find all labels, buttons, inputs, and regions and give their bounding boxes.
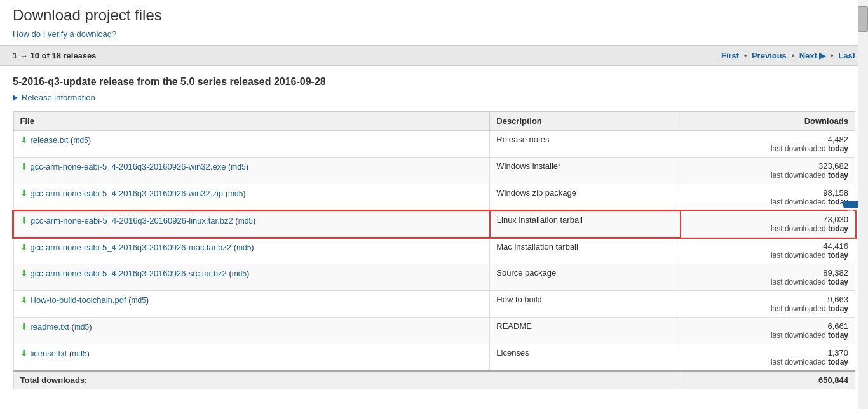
pagination-bar: 1 → 10 of 18 releases First • Previous •… — [0, 45, 868, 66]
downloads-cell: 9,663last downloaded today — [681, 291, 855, 318]
last-downloaded: last downloaded today — [688, 224, 848, 233]
file-link[interactable]: gcc-arm-none-eabi-5_4-2016q3-20160926-li… — [31, 216, 233, 225]
table-row: ⬇gcc-arm-none-eabi-5_4-2016q3-20160926-w… — [13, 158, 855, 184]
downloads-cell: 1,370last downloaded today — [681, 344, 855, 372]
downloads-cell: 323,682last downloaded today — [681, 158, 855, 184]
file-cell: ⬇gcc-arm-none-eabi-5_4-2016q3-20160926-w… — [13, 158, 490, 184]
description-cell: Mac installation tarball — [490, 238, 681, 264]
download-count: 6,661 — [688, 321, 848, 331]
md5-link[interactable]: md5 — [236, 243, 251, 252]
table-row: ⬇gcc-arm-none-eabi-5_4-2016q3-20160926-w… — [13, 184, 855, 211]
download-icon: ⬇ — [20, 215, 28, 225]
file-cell: ⬇readme.txt (md5) — [13, 318, 490, 344]
file-cell: ⬇gcc-arm-none-eabi-5_4-2016q3-20160926-m… — [13, 238, 490, 264]
table-row: ⬇gcc-arm-none-eabi-5_4-2016q3-20160926-s… — [13, 264, 855, 291]
download-count: 4,482 — [688, 135, 848, 144]
md5-link[interactable]: md5 — [72, 349, 86, 358]
last-downloaded: last downloaded today — [688, 358, 848, 366]
download-count: 98,158 — [688, 188, 848, 198]
download-icon: ⬇ — [20, 242, 28, 252]
side-badge[interactable]: 词霸 — [843, 201, 858, 208]
download-count: 323,682 — [688, 161, 848, 171]
download-count: 1,370 — [688, 348, 848, 358]
verify-download-link[interactable]: How do I verify a download? — [13, 29, 116, 39]
description-cell: Windows installer — [490, 158, 681, 184]
pagination-previous[interactable]: Previous — [752, 51, 787, 60]
description-cell: How to build — [490, 291, 681, 318]
md5-link[interactable]: md5 — [232, 269, 247, 278]
description-cell: Release notes — [490, 131, 681, 158]
col-header-file: File — [13, 112, 490, 131]
file-link[interactable]: gcc-arm-none-eabi-5_4-2016q3-20160926-wi… — [31, 189, 224, 198]
release-info-link[interactable]: Release information — [22, 93, 95, 102]
release-title: 5-2016-q3-update release from the 5.0 se… — [13, 76, 855, 88]
description-cell: Windows zip package — [490, 184, 681, 211]
download-icon: ⬇ — [20, 295, 28, 305]
table-header-row: File Description Downloads — [13, 112, 855, 131]
file-cell: ⬇How-to-build-toolchain.pdf (md5) — [13, 291, 490, 318]
downloads-cell: 89,382last downloaded today — [681, 264, 855, 291]
file-cell: ⬇release.txt (md5) — [13, 131, 490, 158]
table-row: ⬇license.txt (md5)Licenses1,370last down… — [13, 344, 855, 372]
downloads-cell: 6,661last downloaded today — [681, 318, 855, 344]
pagination-last[interactable]: Last — [838, 51, 855, 60]
downloads-cell: 98,158last downloaded today — [681, 184, 855, 211]
pagination-first[interactable]: First — [721, 51, 739, 60]
table-row: ⬇gcc-arm-none-eabi-5_4-2016q3-20160926-l… — [13, 211, 855, 238]
download-icon: ⬇ — [20, 188, 28, 198]
download-count: 89,382 — [688, 268, 848, 278]
last-downloaded: last downloaded today — [688, 171, 848, 180]
file-cell: ⬇gcc-arm-none-eabi-5_4-2016q3-20160926-l… — [13, 211, 490, 238]
table-row: ⬇gcc-arm-none-eabi-5_4-2016q3-20160926-m… — [13, 238, 855, 264]
file-link[interactable]: gcc-arm-none-eabi-5_4-2016q3-20160926-ma… — [31, 243, 232, 252]
description-cell: Licenses — [490, 344, 681, 372]
file-link[interactable]: readme.txt — [31, 322, 69, 332]
pagination-next[interactable]: Next — [799, 51, 817, 60]
downloads-cell: 73,030last downloaded today — [681, 211, 855, 238]
total-row: Total downloads:650,844 — [13, 371, 855, 389]
triangle-icon — [13, 95, 18, 101]
last-downloaded: last downloaded today — [688, 304, 848, 313]
total-value: 650,844 — [681, 371, 855, 389]
download-icon: ⬇ — [20, 268, 28, 278]
md5-link[interactable]: md5 — [238, 217, 253, 225]
downloads-cell: 44,416last downloaded today — [681, 238, 855, 264]
download-icon: ⬇ — [20, 348, 28, 358]
files-table: File Description Downloads ⬇release.txt … — [13, 111, 855, 389]
md5-link[interactable]: md5 — [228, 189, 243, 198]
file-link[interactable]: release.txt — [31, 135, 69, 145]
last-downloaded: last downloaded today — [688, 198, 848, 206]
scrollbar[interactable] — [858, 0, 868, 396]
file-link[interactable]: gcc-arm-none-eabi-5_4-2016q3-20160926-wi… — [31, 162, 226, 171]
md5-link[interactable]: md5 — [231, 163, 245, 171]
pagination-info: 1 → 10 of 18 releases — [13, 51, 97, 60]
table-row: ⬇readme.txt (md5)README6,661last downloa… — [13, 318, 855, 344]
download-count: 73,030 — [688, 215, 848, 224]
last-downloaded: last downloaded today — [688, 144, 848, 153]
file-cell: ⬇gcc-arm-none-eabi-5_4-2016q3-20160926-w… — [13, 184, 490, 211]
last-downloaded: last downloaded today — [688, 251, 848, 260]
col-header-downloads: Downloads — [681, 112, 855, 131]
file-link[interactable]: gcc-arm-none-eabi-5_4-2016q3-20160926-sr… — [31, 269, 227, 278]
md5-link[interactable]: md5 — [131, 296, 146, 305]
total-label: Total downloads: — [13, 371, 681, 389]
pagination-nav: First • Previous • Next ▶ • Last — [721, 51, 855, 60]
md5-link[interactable]: md5 — [74, 323, 89, 332]
download-icon: ⬇ — [20, 161, 28, 171]
pagination-range: 1 → 10 of 18 releases — [13, 51, 97, 60]
downloads-cell: 4,482last downloaded today — [681, 131, 855, 158]
table-row: ⬇release.txt (md5)Release notes4,482last… — [13, 131, 855, 158]
file-cell: ⬇license.txt (md5) — [13, 344, 490, 372]
col-header-description: Description — [490, 112, 681, 131]
table-row: ⬇How-to-build-toolchain.pdf (md5)How to … — [13, 291, 855, 318]
release-info-toggle[interactable]: Release information — [13, 93, 855, 102]
file-link[interactable]: license.txt — [31, 349, 67, 358]
page-title: Download project files — [13, 6, 855, 24]
last-downloaded: last downloaded today — [688, 278, 848, 286]
scrollbar-thumb[interactable] — [858, 6, 868, 32]
download-icon: ⬇ — [20, 135, 28, 145]
md5-link[interactable]: md5 — [73, 136, 88, 145]
next-arrow-icon: ▶ — [817, 51, 826, 60]
download-count: 44,416 — [688, 241, 848, 251]
file-link[interactable]: How-to-build-toolchain.pdf — [31, 295, 126, 305]
